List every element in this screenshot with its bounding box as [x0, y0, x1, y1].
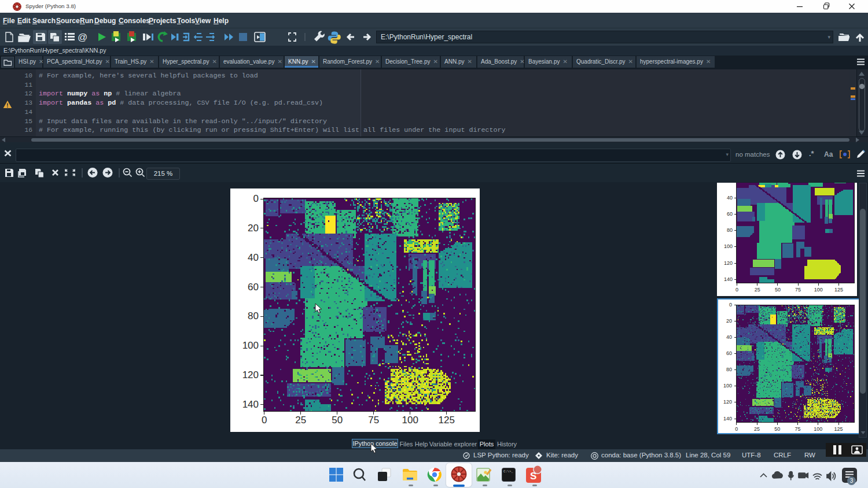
svg-text:@: @ — [78, 32, 87, 43]
svg-text:C:\>_: C:\>_ — [503, 469, 513, 474]
